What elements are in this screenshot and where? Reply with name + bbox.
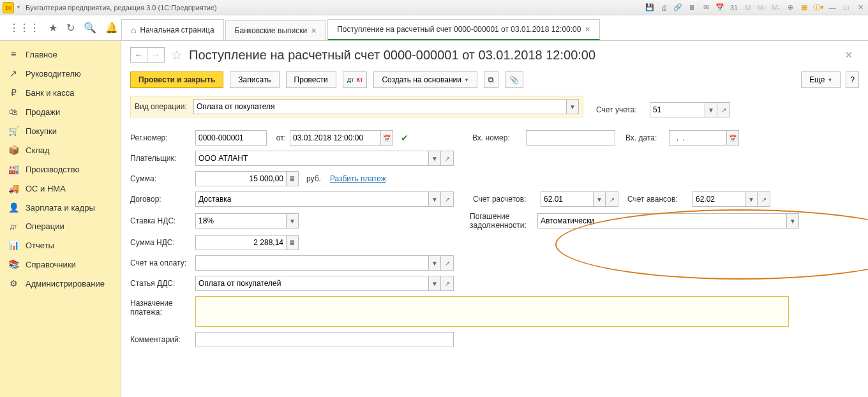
sidebar-item-sales[interactable]: 🛍Продажи [0,102,121,121]
close-window-icon[interactable]: ✕ [855,3,865,13]
save-icon[interactable]: 💾 [645,3,655,13]
sidebar-item-refs[interactable]: 📚Справочники [0,255,121,274]
sidebar-item-assets[interactable]: 🚚ОС и НМА [0,179,121,198]
open-icon[interactable]: ↗ [606,191,618,207]
in-date-input[interactable] [669,130,726,146]
reg-number-label: Рег.номер: [130,133,191,142]
debt-settlement-input[interactable] [537,213,786,228]
post-button[interactable]: Провести [286,71,336,88]
operation-type-input[interactable] [193,99,566,114]
cashflow-item-input[interactable] [195,276,428,291]
open-icon[interactable]: ↗ [441,191,454,207]
dropdown-icon[interactable]: ▼ [428,191,441,207]
comment-label: Комментарий: [130,335,191,344]
sidebar-item-production[interactable]: 🏭Производство [0,160,121,179]
sidebar-item-warehouse[interactable]: 📦Склад [0,140,121,160]
save-button[interactable]: Записать [230,71,279,88]
calculator-icon[interactable]: 🖩 [286,171,299,186]
account-input[interactable] [650,102,705,117]
calculator-icon[interactable]: 🖩 [286,235,299,250]
dropdown-icon[interactable]: ▼ [428,255,441,271]
calc-icon[interactable]: 🖩 [687,3,697,13]
m-icon[interactable]: M [743,3,753,13]
m-minus-icon[interactable]: M- [771,3,781,13]
sidebar-item-main[interactable]: ≡Главное [0,45,121,64]
forward-button[interactable]: → [147,48,164,62]
link-icon[interactable]: 🔗 [673,3,683,13]
vat-rate-input[interactable] [195,213,286,228]
sidebar-item-purchases[interactable]: 🛒Покупки [0,121,121,140]
calendar-icon[interactable]: 📅 [380,130,393,146]
dropdown-icon[interactable]: ▼ [593,191,606,207]
dropdown-icon[interactable]: ▼ [428,151,441,166]
dropdown-icon[interactable]: ▼ [745,191,758,207]
invoice-input[interactable] [195,255,428,271]
favorite-toggle-icon[interactable]: ☆ [171,47,183,63]
open-icon[interactable]: ↗ [441,151,454,166]
open-icon[interactable]: ↗ [758,191,770,207]
advance-account-input[interactable] [692,191,745,207]
mail-icon[interactable]: ✉ [701,3,711,13]
print-icon[interactable]: 🖨 [659,3,669,13]
dropdown-icon[interactable]: ▼ [286,213,299,228]
calendar-icon[interactable]: 📅 [715,3,725,13]
sidebar-item-bank[interactable]: ₽Банк и касса [0,83,121,102]
post-and-close-button[interactable]: Провести и закрыть [130,71,223,88]
close-document-icon[interactable]: ✕ [845,50,859,60]
in-number-input[interactable] [526,130,615,146]
close-icon[interactable]: ✕ [311,27,317,35]
tab-home-label: Начальная страница [140,26,214,34]
open-icon[interactable]: ↗ [441,276,454,291]
payment-purpose-textarea[interactable] [195,296,789,327]
settlement-account-input[interactable] [541,191,593,207]
zoom-icon[interactable]: ⊕ [785,3,795,13]
create-based-button[interactable]: Создать на основании▼ [373,71,477,88]
favorite-star-icon[interactable]: ★ [49,22,57,34]
dropdown-icon[interactable]: ▼ [786,213,799,228]
info-icon[interactable]: ⓘ▾ [813,3,823,13]
sidebar-item-operations[interactable]: ДтОперации [0,217,121,236]
truck-icon: 🚚 [8,183,19,193]
vat-amount-input[interactable] [195,235,286,250]
date-icon[interactable]: 31 [729,3,739,13]
split-payment-link[interactable]: Разбить платеж [330,174,386,183]
m-plus-icon[interactable]: M+ [757,3,767,13]
search-icon[interactable]: 🔍 [84,22,96,34]
sidebar-item-manager[interactable]: ↗Руководителю [0,64,121,83]
history-icon[interactable]: ↻ [66,22,75,34]
grid-icon[interactable]: ▦ [799,3,809,13]
sidebar-item-hr[interactable]: 👤Зарплата и кадры [0,198,121,217]
factory-icon: 🏭 [8,164,19,174]
structure-button[interactable]: ⧉ [484,71,498,88]
date-input[interactable] [290,130,380,146]
nav-back-forward: ← → [130,47,165,63]
help-button[interactable]: ? [846,71,859,88]
sidebar-item-reports[interactable]: 📊Отчеты [0,236,121,255]
app-menu-dropdown-icon[interactable]: ▼ [15,4,22,10]
calendar-icon[interactable]: 📅 [726,130,739,146]
amount-input[interactable] [195,171,286,186]
comment-input[interactable] [195,332,454,347]
bell-icon[interactable]: 🔔 [105,22,118,34]
dropdown-icon[interactable]: ▼ [566,99,579,114]
sidebar-item-admin[interactable]: ⚙Администрирование [0,274,121,293]
maximize-icon[interactable]: □ [841,3,851,13]
reg-number-input[interactable] [195,130,267,146]
back-button[interactable]: ← [131,48,147,62]
dtkt-button[interactable]: ДтКт [343,71,368,88]
dropdown-icon[interactable]: ▼ [428,276,441,291]
close-icon[interactable]: ✕ [585,26,590,34]
payer-input[interactable] [195,151,428,166]
apps-grid-icon[interactable]: ⋮⋮⋮ [9,22,40,34]
tab-home[interactable]: ⌂ Начальная страница [121,19,224,40]
open-icon[interactable]: ↗ [717,102,730,117]
more-button[interactable]: Еще▼ [801,71,841,88]
contract-input[interactable] [195,191,428,207]
open-icon[interactable]: ↗ [441,255,454,271]
sidebar-item-label: Покупки [26,126,57,136]
minimize-icon[interactable]: — [827,3,837,13]
dropdown-icon[interactable]: ▼ [705,102,717,117]
tab-bank-statements[interactable]: Банковские выписки ✕ [225,20,327,40]
attach-button[interactable]: 📎 [505,71,523,88]
tab-document[interactable]: Поступление на расчетный счет 0000-00000… [327,19,600,40]
